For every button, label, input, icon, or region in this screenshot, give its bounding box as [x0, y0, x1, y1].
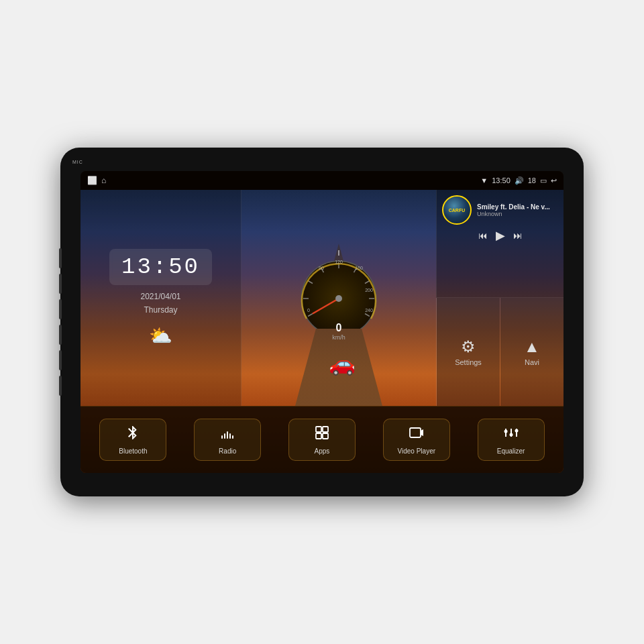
radio-icon — [219, 425, 235, 445]
screen: 🚗 ⬜ ⌂ ▼ 13:50 🔊 18 ▭ ↩ 13:50 — [80, 171, 564, 473]
date-line1: 2021/04/01 — [140, 290, 180, 303]
svg-rect-25 — [229, 433, 231, 439]
svg-text:80: 80 — [319, 266, 324, 270]
equalizer-button[interactable]: Equalizer — [478, 419, 545, 461]
volume-icon: 🔊 — [515, 176, 524, 185]
music-title: Smiley ft. Delia - Ne v... — [477, 203, 558, 211]
window-icon: ⬜ — [87, 176, 97, 185]
album-art: CARFU — [442, 195, 472, 225]
vol-side-button[interactable] — [59, 350, 62, 370]
video-icon — [409, 425, 425, 445]
clock-time: 13:50 — [121, 254, 200, 280]
clock-display: 13:50 — [109, 249, 212, 285]
svg-rect-24 — [227, 431, 228, 439]
settings-button[interactable]: ⚙ Settings — [437, 298, 500, 406]
equalizer-icon — [503, 425, 519, 445]
music-text: Smiley ft. Delia - Ne v... Unknown — [477, 203, 558, 217]
speedo-container: 0 80 120 160 200 240 0 km/h — [292, 255, 386, 341]
svg-point-36 — [509, 433, 513, 437]
apps-label: Apps — [315, 447, 330, 455]
settings-navi-area: ⚙ Settings ▲ Navi — [436, 298, 564, 406]
radio-button[interactable]: Radio — [194, 419, 261, 461]
status-left: ⬜ ⌂ — [87, 176, 106, 185]
svg-rect-28 — [323, 427, 328, 432]
play-button[interactable]: ▶ — [496, 228, 505, 243]
main-grid: 13:50 2021/04/01 Thursday ⛅ — [80, 190, 564, 406]
svg-text:240: 240 — [365, 308, 373, 313]
car-head-unit: MIC 🚗 — [60, 148, 584, 496]
app-bar: Bluetooth Radio — [80, 406, 564, 473]
back2-side-button[interactable] — [59, 376, 62, 396]
svg-rect-26 — [232, 435, 233, 439]
settings-label: Settings — [455, 358, 482, 366]
svg-rect-23 — [224, 433, 225, 439]
bluetooth-label: Bluetooth — [119, 447, 147, 455]
next-button[interactable]: ⏭ — [513, 230, 523, 241]
apps-icon — [314, 425, 330, 445]
video-player-label: Video Player — [398, 447, 436, 455]
signal-icon: ▼ — [480, 176, 488, 184]
status-bar: ⬜ ⌂ ▼ 13:50 🔊 18 ▭ ↩ — [80, 171, 564, 190]
bluetooth-icon — [125, 425, 141, 445]
svg-rect-31 — [410, 428, 421, 437]
speed-value: 0 — [336, 322, 342, 334]
svg-rect-29 — [316, 433, 321, 439]
side-buttons — [59, 248, 62, 396]
bluetooth-button[interactable]: Bluetooth — [99, 419, 166, 461]
svg-text:0: 0 — [307, 308, 310, 313]
navi-button[interactable]: ▲ Navi — [500, 298, 564, 406]
svg-rect-27 — [316, 427, 321, 432]
weather-icon: ⛅ — [149, 325, 172, 347]
battery-icon: ▭ — [540, 176, 547, 185]
svg-rect-30 — [323, 433, 328, 439]
music-info: CARFU Smiley ft. Delia - Ne v... Unknown — [442, 195, 558, 225]
svg-text:120: 120 — [335, 260, 343, 264]
navi-label: Navi — [525, 358, 539, 366]
radio-label: Radio — [219, 447, 236, 455]
volume-level: 18 — [528, 176, 536, 184]
mic-label: MIC — [72, 160, 83, 164]
music-controls[interactable]: ⏮ ▶ ⏭ — [442, 228, 558, 243]
time-display: 13:50 — [492, 176, 511, 184]
video-player-button[interactable]: Video Player — [383, 419, 450, 461]
speed-unit: km/h — [332, 334, 345, 341]
clock-widget: 13:50 2021/04/01 Thursday ⛅ — [80, 190, 241, 406]
power-button[interactable] — [59, 274, 62, 294]
navi-icon: ▲ — [524, 337, 540, 356]
speedo-svg: 0 80 120 160 200 240 — [292, 255, 386, 329]
home-side-button[interactable] — [59, 299, 62, 319]
svg-point-38 — [515, 429, 518, 433]
music-widget: CARFU Smiley ft. Delia - Ne v... Unknown… — [436, 190, 564, 298]
svg-point-15 — [335, 295, 342, 302]
speedometer-widget: 0 80 120 160 200 240 0 km/h — [241, 190, 436, 406]
prev-button[interactable]: ⏮ — [478, 230, 488, 241]
music-artist: Unknown — [477, 211, 558, 217]
clock-date: 2021/04/01 Thursday — [140, 290, 180, 316]
settings-icon: ⚙ — [461, 337, 476, 356]
home-status-icon: ⌂ — [101, 176, 106, 185]
rst-button[interactable] — [59, 248, 62, 268]
svg-text:200: 200 — [365, 288, 373, 292]
back-side-button[interactable] — [59, 325, 62, 345]
equalizer-label: Equalizer — [497, 447, 525, 455]
date-line2: Thursday — [140, 304, 180, 317]
status-right: ▼ 13:50 🔊 18 ▭ ↩ — [480, 176, 557, 185]
svg-rect-22 — [221, 435, 223, 439]
svg-text:160: 160 — [355, 266, 363, 270]
back-icon: ↩ — [551, 176, 557, 185]
album-logo: CARFU — [449, 208, 466, 213]
apps-button[interactable]: Apps — [288, 419, 356, 461]
svg-point-34 — [504, 430, 507, 433]
